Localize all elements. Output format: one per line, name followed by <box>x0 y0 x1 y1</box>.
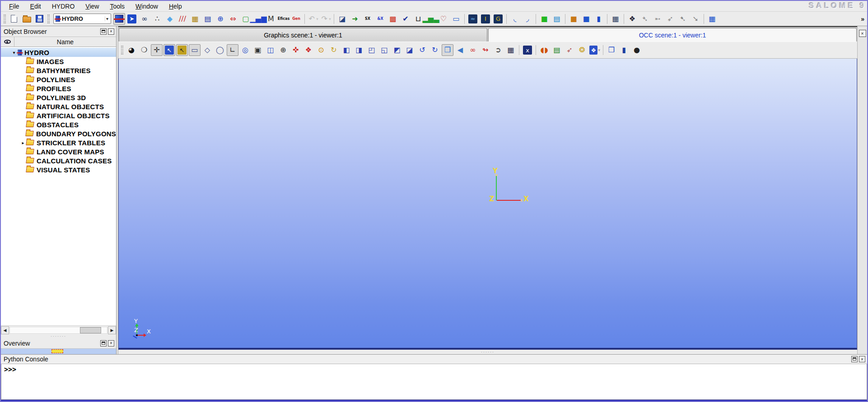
chevron-down-icon[interactable]: ▾ <box>105 16 109 21</box>
blocks-scheme-icon[interactable]: ▤ <box>202 13 214 25</box>
toolbar-grip[interactable] <box>121 46 123 55</box>
panel-splitter-handle[interactable]: ······· <box>1 334 116 338</box>
bottom-view-icon[interactable]: ◱ <box>378 44 390 56</box>
bar-chart-icon[interactable]: ▁▄▆ <box>252 13 264 25</box>
menu-item-file[interactable]: File <box>4 2 25 11</box>
zoom-icon[interactable]: ⊕ <box>277 44 289 56</box>
tree-item-visual-states[interactable]: ▸ VISUAL STATES <box>1 165 116 174</box>
select-rect-blue-icon[interactable]: ↖ <box>163 44 175 56</box>
stereo-icon[interactable]: ∞ <box>467 44 479 56</box>
box-blue-icon[interactable]: ■ <box>580 13 592 25</box>
histogram-icon[interactable]: ▂▅▃ <box>425 13 437 25</box>
measure-icon[interactable]: ➶ <box>564 44 575 56</box>
circle-selection-icon[interactable]: ◯ <box>214 44 226 56</box>
save-document-button[interactable] <box>33 13 45 25</box>
rotate-ccw-icon[interactable]: ↺ <box>416 44 428 56</box>
tree-item-artificial-objects[interactable]: ▸ ARTIFICIAL OBJECTS <box>1 111 116 120</box>
calc-table-icon[interactable]: ▦ <box>706 13 718 25</box>
scroll-right-icon[interactable]: ▶ <box>108 326 116 334</box>
close-view-button[interactable]: × <box>859 30 866 37</box>
sketch-curve-icon-1[interactable]: ➴ <box>639 13 651 25</box>
globe-icon[interactable]: ⊕ <box>215 13 226 25</box>
tree-item-natural-objects[interactable]: ▸ NATURAL OBJECTS <box>1 102 116 111</box>
trihedron-icon[interactable]: ∟ <box>227 44 238 56</box>
chevron-down-icon[interactable]: ▾ <box>329 17 331 21</box>
menu-item-tools[interactable]: Tools <box>104 2 130 11</box>
tree-item-calculation-cases[interactable]: ▸ CALCULATION CASES <box>1 156 116 165</box>
import-landcover-icon[interactable]: ✔ <box>400 13 411 25</box>
select-rect-yellow-icon[interactable]: ↖ <box>176 44 188 56</box>
horizontal-splitter-handle[interactable]: ······ <box>118 350 857 354</box>
graduated-axes-icon[interactable]: ▤ <box>551 44 563 56</box>
menu-item-hydro[interactable]: HYDRO <box>47 2 80 11</box>
sketch-curve-icon-2[interactable]: ➵ <box>652 13 663 25</box>
tree-item-images[interactable]: ▸ IMAGES <box>1 57 116 66</box>
tree-item-polylines[interactable]: ▸ POLYLINES <box>1 75 116 84</box>
fit-area-icon[interactable]: ▣ <box>252 44 264 56</box>
toolbar-grip[interactable] <box>4 14 6 23</box>
background-icon[interactable]: ❖▾ <box>589 44 601 56</box>
hydro-module-button[interactable] <box>113 13 125 25</box>
rgb-stripes-icon[interactable]: /// <box>177 13 188 25</box>
image-layers-icon[interactable]: ▤ <box>551 13 563 25</box>
sketch-curve-icon-4[interactable]: ➷ <box>677 13 689 25</box>
new-document-button[interactable] <box>8 13 20 25</box>
box-orange-icon[interactable]: ■ <box>568 13 579 25</box>
profile-georeference-icon[interactable]: G <box>492 13 504 25</box>
back-view-icon[interactable]: ◨ <box>353 44 365 56</box>
sync-views-icon[interactable]: ◖◗ <box>538 44 550 56</box>
tab-graphics-viewer[interactable]: Graphics scene:1 - viewer:1 <box>119 28 487 42</box>
undo-icon[interactable]: ↶▾ <box>307 13 319 25</box>
interaction-style-icon[interactable]: ❍ <box>138 44 150 56</box>
left-view-icon[interactable]: ◩ <box>391 44 403 56</box>
viewcube-icon[interactable]: ➲ <box>492 44 504 56</box>
cylinder-view-icon[interactable]: ▮ <box>618 44 630 56</box>
fit-selection-icon[interactable]: ◫ <box>265 44 276 56</box>
menu-item-help[interactable]: Help <box>163 2 187 11</box>
tree-item-polylines-3d[interactable]: ▸ POLYLINES 3D <box>1 93 116 102</box>
ambient-light-icon[interactable]: ❂ <box>576 44 588 56</box>
dump-view-icon[interactable]: ◕ <box>126 44 137 56</box>
panning-icon[interactable]: ✜ <box>290 44 302 56</box>
profile-interpolation-icon[interactable]: I <box>480 13 491 25</box>
eficas-icon[interactable]: Eficas <box>278 13 289 25</box>
collapse-arrow-icon[interactable]: ▾ <box>11 50 17 55</box>
python-console-input[interactable]: >>> <box>1 364 867 400</box>
scroll-left-icon[interactable]: ◀ <box>1 326 9 334</box>
chevron-down-icon[interactable]: ▾ <box>316 17 318 21</box>
tree-item-obstacles[interactable]: ▸ OBSTACLES <box>1 120 116 129</box>
clipping-icon[interactable]: ◀ <box>454 44 466 56</box>
scrollbar-thumb[interactable] <box>80 327 101 333</box>
rotation-icon[interactable]: ↻ <box>328 44 340 56</box>
thin-curve-icon[interactable]: ◞ <box>522 13 533 25</box>
toolbar-grip[interactable] <box>47 14 50 23</box>
selection-frame-icon[interactable]: ▭ <box>450 13 462 25</box>
rotate-cw-icon[interactable]: ↻ <box>429 44 441 56</box>
overview-minimap[interactable] <box>1 349 116 354</box>
polygon-selection-icon[interactable]: ◇ <box>201 44 213 56</box>
landcover-map-icon[interactable]: ▩ <box>387 13 399 25</box>
module-selector[interactable]: HYDRO ▾ <box>53 14 111 24</box>
profile-wave-icon[interactable]: ≈ <box>467 13 479 25</box>
menu-item-edit[interactable]: Edit <box>25 2 47 11</box>
scripting-window-icon[interactable]: x <box>522 44 533 56</box>
solver-icon[interactable]: Gen <box>290 13 302 25</box>
menu-item-view[interactable]: View <box>80 2 104 11</box>
rotation-point-icon[interactable]: ⊙ <box>315 44 327 56</box>
front-view-icon[interactable]: ◧ <box>341 44 352 56</box>
overview-thumbnail[interactable] <box>51 349 63 353</box>
red-link-icon[interactable]: ⇔ <box>227 13 239 25</box>
binoculars-icon[interactable]: ∞ <box>139 13 150 25</box>
chevron-down-icon[interactable]: ▾ <box>598 48 600 52</box>
zoom-cursor-icon[interactable]: ✛ <box>151 44 163 56</box>
shaper-module-icon[interactable]: ➤ <box>126 13 138 25</box>
footprints-icon[interactable]: ∴ <box>151 13 163 25</box>
float-panel-button[interactable] <box>100 340 107 347</box>
thick-curve-icon[interactable]: ◟ <box>509 13 521 25</box>
horizontal-scrollbar[interactable]: ◀ ▶ <box>1 325 116 334</box>
add-preset-icon[interactable]: ▦ <box>505 44 517 56</box>
vertex-cube-icon[interactable]: ❖ <box>626 13 638 25</box>
sketch-curve-icon-3[interactable]: ➶ <box>664 13 676 25</box>
rect-selection-icon[interactable]: ▭ <box>189 44 201 56</box>
right-view-icon[interactable]: ◪ <box>404 44 415 56</box>
